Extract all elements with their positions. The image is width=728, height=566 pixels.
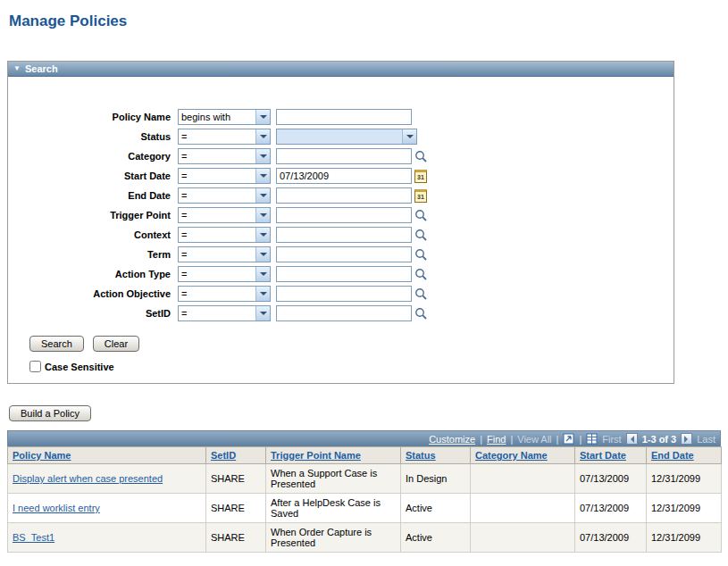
operator-value: =	[179, 229, 255, 240]
operator-value: =	[179, 131, 255, 142]
separator: |	[556, 434, 559, 445]
form-row: Trigger Point =	[17, 205, 665, 225]
action-type-lookup-icon[interactable]	[414, 268, 427, 281]
action-objective-input[interactable]	[276, 286, 412, 302]
category-label: Category	[17, 151, 178, 162]
table-row: I need worklist entry SHARE After a Help…	[8, 494, 722, 523]
action-objective-lookup-icon[interactable]	[414, 287, 427, 301]
table-row: BS_Test1 SHARE When Order Capture is Pre…	[8, 523, 722, 553]
page-title: Manage Policies	[9, 12, 721, 30]
setid-operator-select[interactable]: =	[178, 305, 271, 321]
form-row: Status =	[17, 127, 665, 146]
category-input[interactable]	[276, 148, 412, 164]
chevron-down-icon	[255, 149, 270, 163]
end-date-input[interactable]	[276, 187, 412, 204]
col-header-status: Status	[401, 447, 471, 464]
policy-link[interactable]: Display alert when case presented	[13, 473, 163, 484]
operator-value: =	[179, 190, 255, 201]
policy-name-label: Policy Name	[17, 112, 178, 122]
action-type-label: Action Type	[17, 269, 178, 279]
separator: |	[510, 434, 513, 445]
term-operator-select[interactable]: =	[178, 246, 271, 262]
download-icon[interactable]	[586, 433, 598, 445]
next-page-icon[interactable]	[681, 433, 692, 445]
cell-start-date: 07/13/2009	[575, 464, 647, 494]
form-row: SetID =	[17, 304, 665, 323]
cell-trigger-point: When Order Capture is Presented	[266, 523, 401, 553]
previous-page-icon[interactable]	[626, 433, 638, 445]
cell-start-date: 07/13/2009	[575, 523, 647, 553]
col-header-policy-name: Policy Name	[8, 447, 206, 464]
build-a-policy-button[interactable]: Build a Policy	[9, 405, 91, 421]
cell-category	[471, 464, 575, 494]
form-row: Category =	[17, 146, 665, 166]
form-row: End Date = 31	[17, 186, 665, 205]
popup-icon[interactable]	[563, 433, 574, 445]
case-sensitive-checkbox[interactable]	[29, 361, 41, 372]
chevron-down-icon	[255, 169, 270, 183]
col-header-category: Category Name	[471, 447, 575, 464]
chevron-down-icon	[255, 267, 270, 281]
action-type-operator-select[interactable]: =	[178, 266, 271, 282]
chevron-down-icon	[255, 306, 270, 320]
col-header-trigger-point: Trigger Point Name	[266, 447, 401, 464]
chevron-down-icon	[255, 208, 270, 222]
setid-lookup-icon[interactable]	[414, 307, 427, 320]
status-value-select[interactable]	[276, 129, 417, 145]
form-row: Action Type =	[17, 264, 665, 284]
operator-value: =	[179, 171, 255, 181]
end-date-label: End Date	[17, 190, 178, 201]
cell-setid: SHARE	[206, 494, 266, 523]
operator-value: =	[179, 151, 255, 162]
search-section-title: Search	[25, 63, 58, 74]
table-row: Display alert when case presented SHARE …	[8, 464, 722, 494]
end-date-calendar-icon[interactable]: 31	[414, 189, 427, 203]
start-date-calendar-icon[interactable]: 31	[414, 170, 427, 183]
cell-setid: SHARE	[206, 464, 266, 494]
context-lookup-icon[interactable]	[414, 229, 427, 242]
category-operator-select[interactable]: =	[178, 148, 271, 164]
trigger-point-input[interactable]	[276, 207, 412, 223]
separator: |	[579, 434, 582, 445]
col-header-setid: SetID	[206, 447, 266, 464]
clear-button[interactable]: Clear	[93, 336, 139, 352]
status-operator-select[interactable]: =	[178, 129, 271, 145]
first-link: First	[602, 434, 621, 445]
chevron-down-icon	[255, 228, 270, 242]
search-section-header[interactable]: ▼ Search	[8, 62, 674, 77]
policy-name-operator-select[interactable]: begins with	[178, 109, 271, 125]
customize-link[interactable]: Customize	[429, 434, 475, 445]
col-header-start-date: Start Date	[575, 447, 647, 464]
context-input[interactable]	[276, 227, 412, 243]
search-button[interactable]: Search	[29, 336, 84, 352]
policy-link[interactable]: BS_Test1	[13, 532, 54, 543]
search-form: Policy Name begins with Status = Categor…	[8, 77, 674, 383]
collapse-triangle-icon[interactable]: ▼	[13, 65, 21, 72]
trigger-point-lookup-icon[interactable]	[414, 209, 427, 222]
term-input[interactable]	[276, 246, 412, 262]
operator-value: =	[179, 210, 255, 221]
context-operator-select[interactable]: =	[178, 227, 271, 243]
cell-status: Active	[401, 494, 471, 523]
trigger-point-operator-select[interactable]: =	[178, 207, 271, 223]
action-objective-operator-select[interactable]: =	[178, 286, 271, 302]
end-date-operator-select[interactable]: =	[178, 187, 271, 204]
find-link[interactable]: Find	[487, 434, 506, 445]
operator-value: =	[179, 249, 255, 260]
case-sensitive-label: Case Sensitive	[45, 362, 114, 372]
category-lookup-icon[interactable]	[414, 150, 427, 163]
policy-name-input[interactable]	[276, 109, 412, 125]
view-all-link: View All	[517, 434, 551, 445]
policy-link[interactable]: I need worklist entry	[13, 503, 100, 513]
action-objective-label: Action Objective	[17, 288, 178, 299]
term-label: Term	[17, 249, 178, 260]
action-type-input[interactable]	[276, 266, 412, 282]
term-lookup-icon[interactable]	[414, 248, 427, 262]
table-header-row: Policy Name SetID Trigger Point Name Sta…	[8, 447, 722, 464]
cell-status: In Design	[401, 464, 471, 494]
start-date-input[interactable]	[276, 168, 412, 184]
start-date-operator-select[interactable]: =	[178, 168, 271, 184]
setid-input[interactable]	[276, 305, 412, 321]
cell-end-date: 12/31/2099	[647, 494, 722, 523]
cell-category	[471, 494, 575, 523]
